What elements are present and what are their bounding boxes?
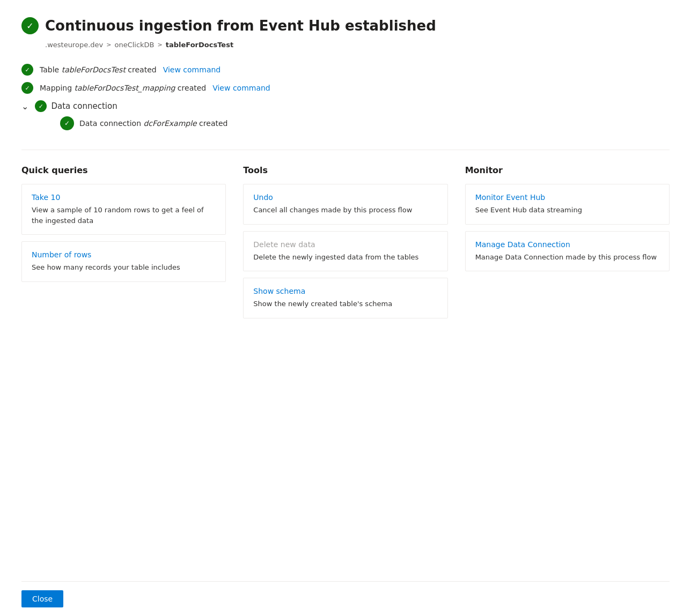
footer: Close bbox=[21, 581, 670, 616]
take-10-description: View a sample of 10 random rows to get a… bbox=[32, 205, 216, 226]
table-view-command-link[interactable]: View command bbox=[163, 65, 221, 74]
breadcrumb-part1: .westeurope.dev bbox=[45, 41, 103, 49]
manage-data-connection-card[interactable]: Manage Data Connection Manage Data Conne… bbox=[465, 231, 670, 272]
table-name: tableForDocsTest bbox=[62, 65, 126, 74]
mapping-created-row: Mapping tableForDocsTest_mapping created… bbox=[21, 82, 670, 94]
monitor-title: Monitor bbox=[465, 165, 670, 175]
section-divider bbox=[21, 150, 670, 150]
dc-detail-text: Data connection dcForExample created bbox=[79, 119, 227, 128]
breadcrumb: .westeurope.dev > oneClickDB > tableForD… bbox=[45, 41, 670, 49]
dc-detail-success-icon bbox=[60, 116, 74, 130]
take-10-title: Take 10 bbox=[32, 193, 216, 202]
undo-description: Cancel all changes made by this process … bbox=[253, 205, 437, 216]
breadcrumb-part2: oneClickDB bbox=[114, 41, 154, 49]
close-button[interactable]: Close bbox=[21, 590, 63, 607]
mapping-created-text: Mapping tableForDocsTest_mapping created bbox=[40, 84, 206, 92]
delete-new-data-description: Delete the newly ingested data from the … bbox=[253, 252, 437, 263]
data-connection-detail: Data connection dcForExample created bbox=[60, 116, 670, 130]
monitor-event-hub-title: Monitor Event Hub bbox=[475, 193, 659, 202]
table-created-row: Table tableForDocsTest created View comm… bbox=[21, 64, 670, 76]
breadcrumb-sep2: > bbox=[158, 41, 163, 48]
mapping-view-command-link[interactable]: View command bbox=[212, 84, 270, 92]
success-icon-large bbox=[21, 17, 39, 34]
tools-title: Tools bbox=[243, 165, 447, 175]
undo-card[interactable]: Undo Cancel all changes made by this pro… bbox=[243, 184, 447, 225]
quick-queries-title: Quick queries bbox=[21, 165, 226, 175]
data-connection-row: ⌄ Data connection bbox=[21, 100, 670, 112]
page-header: Continuous ingestion from Event Hub esta… bbox=[21, 17, 670, 34]
table-created-text: Table tableForDocsTest created bbox=[40, 65, 157, 74]
panels-section: Quick queries Take 10 View a sample of 1… bbox=[21, 165, 670, 581]
delete-new-data-title: Delete new data bbox=[253, 240, 437, 249]
breadcrumb-sep1: > bbox=[106, 41, 111, 48]
delete-new-data-card[interactable]: Delete new data Delete the newly ingeste… bbox=[243, 231, 447, 272]
mapping-success-icon bbox=[21, 82, 33, 94]
undo-title: Undo bbox=[253, 193, 437, 202]
number-of-rows-card[interactable]: Number of rows See how many records your… bbox=[21, 241, 226, 282]
number-of-rows-title: Number of rows bbox=[32, 250, 216, 259]
table-success-icon bbox=[21, 64, 33, 76]
data-connection-label: Data connection bbox=[51, 101, 117, 111]
show-schema-description: Show the newly created table's schema bbox=[253, 299, 437, 309]
data-connection-section: ⌄ Data connection Data connection dcForE… bbox=[21, 100, 670, 130]
page-title: Continuous ingestion from Event Hub esta… bbox=[45, 18, 436, 34]
monitor-event-hub-description: See Event Hub data streaming bbox=[475, 205, 659, 216]
chevron-down-icon[interactable]: ⌄ bbox=[21, 101, 28, 112]
monitor-column: Monitor Monitor Event Hub See Event Hub … bbox=[465, 165, 670, 581]
take-10-card[interactable]: Take 10 View a sample of 10 random rows … bbox=[21, 184, 226, 235]
dc-name: dcForExample bbox=[143, 119, 196, 128]
tools-column: Tools Undo Cancel all changes made by th… bbox=[243, 165, 465, 581]
manage-data-connection-description: Manage Data Connection made by this proc… bbox=[475, 252, 659, 263]
monitor-event-hub-card[interactable]: Monitor Event Hub See Event Hub data str… bbox=[465, 184, 670, 225]
data-connection-success-icon bbox=[35, 100, 47, 112]
manage-data-connection-title: Manage Data Connection bbox=[475, 240, 659, 249]
status-section: Table tableForDocsTest created View comm… bbox=[21, 64, 670, 130]
quick-queries-column: Quick queries Take 10 View a sample of 1… bbox=[21, 165, 243, 581]
show-schema-card[interactable]: Show schema Show the newly created table… bbox=[243, 278, 447, 318]
breadcrumb-current: tableForDocsTest bbox=[166, 41, 233, 49]
show-schema-title: Show schema bbox=[253, 287, 437, 295]
mapping-name: tableForDocsTest_mapping bbox=[75, 84, 175, 92]
number-of-rows-description: See how many records your table includes bbox=[32, 262, 216, 273]
